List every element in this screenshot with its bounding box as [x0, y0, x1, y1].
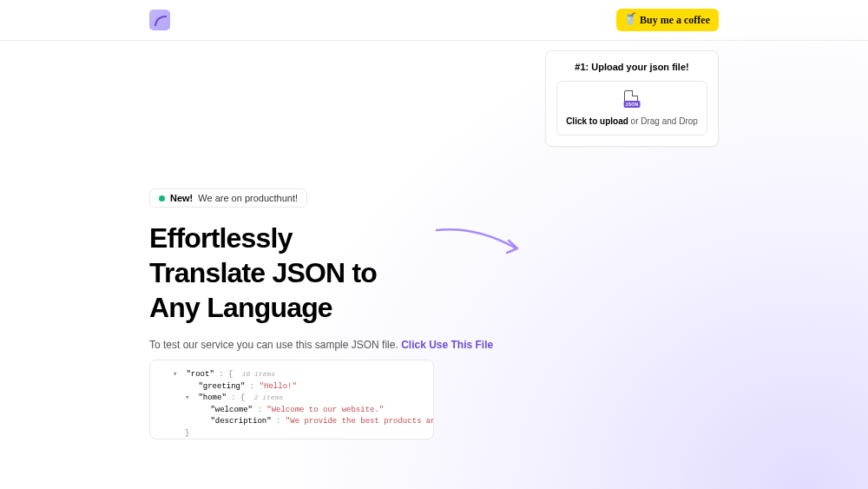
- arrow-decoration: [432, 221, 528, 261]
- badge-text: We are on producthunt!: [198, 193, 298, 203]
- hero-subtitle: To test our service you can use this sam…: [149, 339, 719, 351]
- buy-me-coffee-button[interactable]: Buy me a coffee: [616, 9, 719, 31]
- status-dot-icon: [159, 195, 165, 202]
- upload-card: #1: Upload your json file! JSON Click to…: [545, 50, 719, 147]
- json-sample-preview: ▾ "root" : { 10 items "greeting" : "Hell…: [149, 360, 434, 439]
- coffee-label: Buy me a coffee: [640, 14, 710, 27]
- logo[interactable]: [149, 10, 170, 30]
- caret-down-icon[interactable]: ▾: [185, 393, 194, 405]
- coffee-icon: [625, 13, 635, 27]
- upload-step-title: #1: Upload your json file!: [556, 62, 707, 72]
- hero-title: Effortlessly Translate JSON to Any Langu…: [149, 221, 410, 325]
- caret-down-icon[interactable]: ▾: [173, 369, 181, 381]
- upload-dropzone[interactable]: JSON Click to upload or Drag and Drop: [556, 81, 707, 135]
- producthunt-badge[interactable]: New! We are on producthunt!: [149, 188, 307, 208]
- json-file-icon: JSON: [624, 90, 640, 109]
- use-this-file-link[interactable]: Click Use This File: [401, 339, 493, 351]
- badge-new-label: New!: [170, 193, 193, 203]
- upload-instructions: Click to upload or Drag and Drop: [564, 116, 700, 126]
